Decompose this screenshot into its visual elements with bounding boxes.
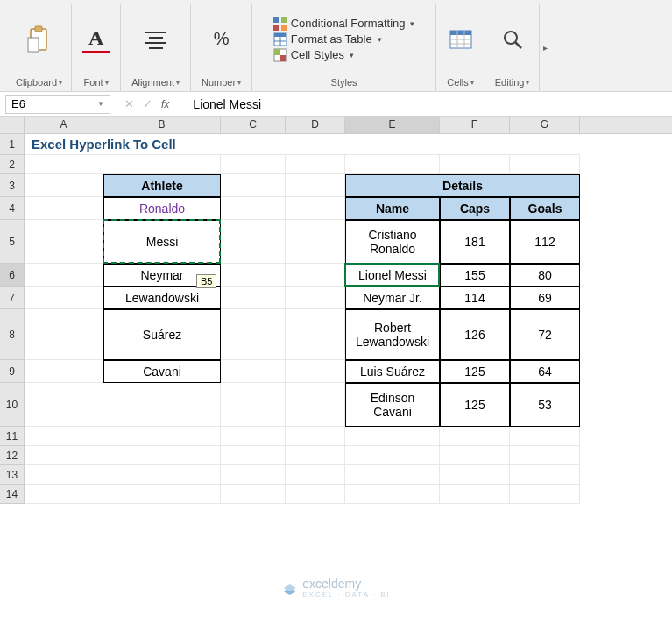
details-caps[interactable]: 155 — [440, 264, 510, 287]
details-goals[interactable]: 112 — [510, 220, 580, 264]
row-header[interactable]: 14 — [0, 485, 25, 504]
cell[interactable] — [286, 264, 345, 287]
cell[interactable] — [221, 264, 286, 287]
cell[interactable] — [286, 383, 345, 427]
cell[interactable] — [221, 287, 286, 309]
editing-icon[interactable] — [499, 25, 527, 53]
sheet-title[interactable]: Excel Hyperlink To Cell — [25, 134, 580, 155]
alignment-icon[interactable] — [142, 25, 170, 53]
cell[interactable] — [25, 465, 103, 485]
cell[interactable] — [440, 427, 510, 446]
font-icon[interactable]: A — [82, 25, 110, 53]
row-header[interactable]: 3 — [0, 174, 25, 197]
cell[interactable] — [25, 174, 103, 197]
cell[interactable] — [510, 155, 580, 174]
details-goals[interactable]: 72 — [510, 309, 580, 360]
col-header[interactable]: E — [345, 117, 440, 133]
number-label[interactable]: Number — [202, 77, 236, 88]
details-goals[interactable]: 64 — [510, 360, 580, 383]
cell[interactable] — [25, 427, 103, 446]
cell[interactable] — [221, 446, 286, 465]
cell[interactable] — [25, 155, 103, 174]
cell[interactable] — [103, 383, 221, 427]
cell[interactable] — [345, 465, 440, 485]
cell[interactable] — [25, 360, 103, 383]
col-header[interactable]: D — [286, 117, 345, 133]
cell[interactable] — [103, 446, 221, 465]
cell[interactable] — [345, 446, 440, 465]
details-name[interactable]: Luis Suárez — [345, 360, 440, 383]
cell[interactable] — [286, 485, 345, 504]
cell[interactable] — [286, 465, 345, 485]
details-col-name[interactable]: Name — [345, 197, 440, 220]
cell[interactable] — [286, 220, 345, 264]
cell[interactable] — [25, 309, 103, 360]
clipboard-label[interactable]: Clipboard — [16, 77, 57, 88]
cell[interactable] — [440, 485, 510, 504]
cell[interactable] — [25, 264, 103, 287]
row-header[interactable]: 1 — [0, 134, 25, 155]
name-box[interactable]: E6 ▼ — [5, 95, 110, 114]
athlete-link[interactable]: Cavani — [103, 360, 221, 383]
cell-styles-button[interactable]: Cell Styles▾ — [273, 48, 354, 62]
details-caps[interactable]: 125 — [440, 360, 510, 383]
athlete-link[interactable]: Suárez — [103, 309, 221, 360]
row-header[interactable]: 5 — [0, 220, 25, 264]
details-caps[interactable]: 181 — [440, 220, 510, 264]
cells-icon[interactable] — [447, 25, 475, 53]
dropdown-icon[interactable]: ▼ — [97, 100, 104, 108]
cell[interactable] — [440, 155, 510, 174]
details-col-goals[interactable]: Goals — [510, 197, 580, 220]
cell[interactable] — [221, 360, 286, 383]
cell[interactable] — [25, 446, 103, 465]
details-goals[interactable]: 69 — [510, 287, 580, 309]
details-goals[interactable]: 80 — [510, 264, 580, 287]
col-header[interactable]: A — [25, 117, 103, 133]
details-caps[interactable]: 114 — [440, 287, 510, 309]
cell[interactable] — [286, 174, 345, 197]
cell[interactable] — [103, 485, 221, 504]
formula-enter-icon[interactable]: ✓ — [143, 97, 152, 110]
row-header[interactable]: 8 — [0, 309, 25, 360]
cell[interactable] — [221, 197, 286, 220]
cell[interactable] — [286, 360, 345, 383]
conditional-formatting-button[interactable]: Conditional Formatting▾ — [273, 17, 415, 31]
cell[interactable] — [221, 465, 286, 485]
cell[interactable] — [25, 220, 103, 264]
cell[interactable] — [25, 287, 103, 309]
details-name[interactable]: Neymar Jr. — [345, 287, 440, 309]
formula-cancel-icon[interactable]: ✕ — [124, 97, 134, 110]
cells-area[interactable]: Excel Hyperlink To Cell Athlete Details … — [25, 134, 580, 504]
row-header[interactable]: 9 — [0, 360, 25, 383]
cell[interactable] — [345, 155, 440, 174]
cell[interactable] — [221, 485, 286, 504]
cell[interactable] — [25, 197, 103, 220]
details-name[interactable]: Robert Lewandowski — [345, 309, 440, 360]
cell[interactable] — [103, 427, 221, 446]
editing-label[interactable]: Editing — [495, 77, 525, 88]
select-all-corner[interactable] — [0, 117, 25, 133]
cell[interactable] — [345, 427, 440, 446]
cell[interactable] — [510, 465, 580, 485]
details-caps[interactable]: 125 — [440, 383, 510, 427]
formula-bar[interactable]: Lionel Messi — [178, 95, 672, 114]
cell[interactable] — [221, 155, 286, 174]
cell[interactable] — [510, 446, 580, 465]
cell[interactable] — [286, 197, 345, 220]
cell[interactable] — [221, 309, 286, 360]
col-header[interactable]: F — [440, 117, 510, 133]
cell[interactable] — [103, 155, 221, 174]
row-header[interactable]: 13 — [0, 465, 25, 485]
athlete-header[interactable]: Athlete — [103, 174, 221, 197]
athlete-link[interactable]: Ronaldo — [103, 197, 221, 220]
alignment-label[interactable]: Alignment — [131, 77, 174, 88]
cell[interactable] — [510, 427, 580, 446]
details-name[interactable]: Cristiano Ronaldo — [345, 220, 440, 264]
details-name[interactable]: Edinson Cavani — [345, 383, 440, 427]
details-header[interactable]: Details — [345, 174, 580, 197]
cell[interactable] — [286, 427, 345, 446]
cell[interactable] — [286, 446, 345, 465]
cell[interactable] — [286, 287, 345, 309]
cell[interactable] — [221, 174, 286, 197]
clipboard-icon[interactable] — [25, 25, 53, 53]
